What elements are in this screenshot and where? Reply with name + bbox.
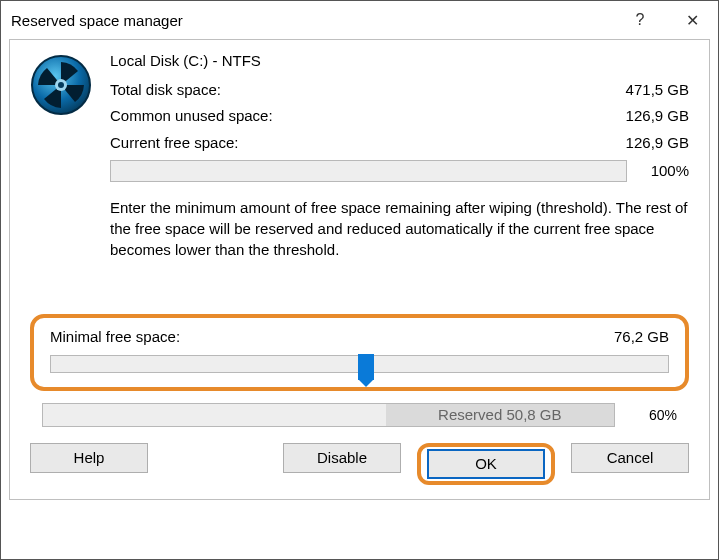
reserved-fill-label: Reserved 50,8 GB — [386, 404, 614, 426]
stat-unused: Common unused space: 126,9 GB — [110, 105, 689, 128]
free-value: 126,9 GB — [626, 132, 689, 155]
minimal-free-highlight: Minimal free space: 76,2 GB — [30, 314, 689, 391]
minimal-free-slider[interactable] — [50, 355, 669, 373]
total-label: Total disk space: — [110, 79, 221, 102]
button-row: Help Disable OK Cancel — [30, 443, 689, 485]
window-title: Reserved space manager — [11, 12, 614, 29]
ok-button[interactable]: OK — [427, 449, 545, 479]
reserved-bar: Reserved 50,8 GB — [42, 403, 615, 427]
free-progress-bar — [110, 160, 627, 182]
instructions-text: Enter the minimum amount of free space r… — [110, 197, 689, 260]
unused-value: 126,9 GB — [626, 105, 689, 128]
help-button[interactable]: Help — [30, 443, 148, 473]
total-value: 471,5 GB — [626, 79, 689, 102]
free-label: Current free space: — [110, 132, 238, 155]
cancel-button[interactable]: Cancel — [571, 443, 689, 473]
free-progress-row: 100% — [110, 160, 689, 183]
svg-point-2 — [58, 82, 64, 88]
reserved-pct: 60% — [625, 407, 677, 423]
window-frame: Reserved space manager ? ✕ — [0, 0, 719, 560]
stat-free: Current free space: 126,9 GB — [110, 132, 689, 155]
slider-value: 76,2 GB — [614, 328, 669, 345]
disk-name: Local Disk (C:) - NTFS — [110, 50, 689, 73]
help-icon[interactable]: ? — [614, 1, 666, 39]
free-progress-pct: 100% — [637, 160, 689, 183]
ok-highlight: OK — [417, 443, 555, 485]
stat-total: Total disk space: 471,5 GB — [110, 79, 689, 102]
close-icon[interactable]: ✕ — [666, 1, 718, 39]
reserved-row: Reserved 50,8 GB 60% — [30, 403, 689, 427]
disk-icon — [30, 50, 110, 260]
slider-thumb[interactable] — [358, 354, 374, 380]
titlebar: Reserved space manager ? ✕ — [1, 1, 718, 39]
slider-label: Minimal free space: — [50, 328, 180, 345]
dialog-content: Local Disk (C:) - NTFS Total disk space:… — [9, 39, 710, 500]
disable-button[interactable]: Disable — [283, 443, 401, 473]
unused-label: Common unused space: — [110, 105, 273, 128]
